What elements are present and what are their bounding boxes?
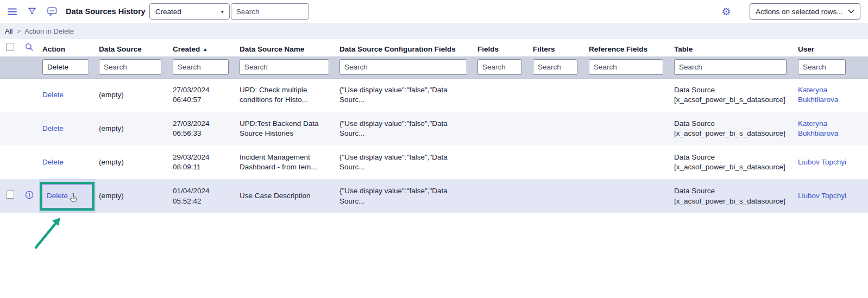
chevron-down-icon: ▾ xyxy=(221,9,224,15)
cell-user: Liubov Topchyi xyxy=(795,179,868,213)
filter-input-created[interactable] xyxy=(173,59,229,75)
cell-data-source-name: UPD:Test Backend Data Source Histories xyxy=(236,112,336,145)
filter-input-action[interactable] xyxy=(42,59,89,75)
cell-created: 01/04/2024 05:52:42 xyxy=(169,179,236,213)
cell-created: 27/03/2024 06:40:57 xyxy=(169,78,236,112)
cell-user: Kateryna Bukhtiiarova xyxy=(795,78,868,112)
cell-config-fields: {"Use display value":"false","Data Sourc… xyxy=(336,179,474,213)
table-row-highlighted: Delete (empty) 01/04/2024 05:52:42 Use C… xyxy=(0,179,868,213)
user-link[interactable]: Kateryna Bukhtiiarova xyxy=(798,119,838,137)
cell-filters xyxy=(530,78,586,112)
list-search-input[interactable] xyxy=(231,3,309,20)
filter-input-fields[interactable] xyxy=(477,59,522,75)
cell-reference-fields xyxy=(586,112,671,145)
cell-data-source-name: UPD: Check multiple conditions for Histo… xyxy=(236,78,336,112)
page-title: Data Sources History xyxy=(66,7,146,16)
actions-dropdown[interactable]: Actions on selected rows... xyxy=(750,3,860,20)
chevron-down-icon xyxy=(848,9,854,14)
cell-reference-fields xyxy=(586,179,671,213)
cell-config-fields: {"Use display value":"false","Data Sourc… xyxy=(336,112,474,145)
cell-user: Kateryna Bukhtiiarova xyxy=(795,112,868,145)
cell-data-source-name: Use Case Description xyxy=(236,179,336,213)
cell-config-fields: {"Use display value":"false","Data Sourc… xyxy=(336,145,474,179)
filter-input-data-source-name[interactable] xyxy=(240,59,329,75)
filter-row xyxy=(0,56,868,78)
cell-reference-fields xyxy=(586,78,671,112)
cell-fields xyxy=(474,179,530,213)
user-link[interactable]: Kateryna Bukhtiiarova xyxy=(798,86,838,104)
filter-input-user[interactable] xyxy=(798,59,846,75)
col-header-action[interactable]: Action xyxy=(39,39,96,56)
cell-created: 27/03/2024 06:56:33 xyxy=(169,112,236,145)
actions-dropdown-label: Actions on selected rows... xyxy=(756,8,843,16)
cell-data-source: (empty) xyxy=(96,179,169,213)
breadcrumb-all[interactable]: All xyxy=(5,27,12,35)
filter-input-filters[interactable] xyxy=(533,59,577,75)
menu-icon[interactable] xyxy=(4,4,20,19)
cell-fields xyxy=(474,112,530,145)
chat-icon[interactable] xyxy=(45,4,60,19)
col-header-table[interactable]: Table xyxy=(671,39,795,56)
col-header-created[interactable]: Created▲ xyxy=(169,39,236,56)
cell-data-source: (empty) xyxy=(96,145,169,179)
cell-reference-fields xyxy=(586,145,671,179)
header-row: Action Data Source Created▲ Data Source … xyxy=(0,39,868,56)
cell-user: Liubov Topchyi xyxy=(795,145,868,179)
table-row: Delete (empty) 29/03/2024 08:09:11 Incid… xyxy=(0,145,868,179)
user-link[interactable]: Liubov Topchyi xyxy=(798,192,846,200)
sort-asc-icon: ▲ xyxy=(203,47,207,52)
action-column-highlight: Delete xyxy=(39,179,96,213)
cell-table: Data Source [x_acsof_power_bi_s_datasour… xyxy=(671,179,795,213)
breadcrumb: All > Action in Delete xyxy=(0,23,868,39)
cell-config-fields: {"Use display value":"false","Data Sourc… xyxy=(336,78,474,112)
col-header-user[interactable]: User xyxy=(795,39,868,56)
action-delete-link-target[interactable]: Delete xyxy=(47,191,68,201)
col-header-filters[interactable]: Filters xyxy=(530,39,586,56)
row-checkbox[interactable] xyxy=(6,191,14,199)
user-link[interactable]: Liubov Topchyi xyxy=(798,158,846,166)
col-header-data-source[interactable]: Data Source xyxy=(96,39,169,56)
cell-table: Data Source [x_acsof_power_bi_s_datasour… xyxy=(671,145,795,179)
search-column-select[interactable]: Created ▾ xyxy=(149,3,230,20)
filter-icon[interactable] xyxy=(24,4,40,19)
cell-filters xyxy=(530,145,586,179)
col-header-config-fields[interactable]: Data Source Configuration Fields xyxy=(336,39,474,56)
col-header-fields[interactable]: Fields xyxy=(474,39,530,56)
delete-button-highlight: Delete xyxy=(40,182,95,211)
filter-input-data-source[interactable] xyxy=(99,59,161,75)
table-row: Delete (empty) 27/03/2024 06:40:57 UPD: … xyxy=(0,78,868,112)
cell-table: Data Source [x_acsof_power_bi_s_datasour… xyxy=(671,78,795,112)
search-column-selected: Created xyxy=(155,8,181,16)
cell-fields xyxy=(474,78,530,112)
cell-created: 29/03/2024 08:09:11 xyxy=(169,145,236,179)
data-sources-history-table: Action Data Source Created▲ Data Source … xyxy=(0,39,868,213)
breadcrumb-current[interactable]: Action in Delete xyxy=(24,27,74,35)
action-delete-link[interactable]: Delete xyxy=(42,124,64,132)
action-delete-link[interactable]: Delete xyxy=(42,91,64,99)
cell-fields xyxy=(474,145,530,179)
cell-data-source-name: Incident Management Dashboard - from tem… xyxy=(236,145,336,179)
search-icon[interactable] xyxy=(25,43,34,52)
filter-input-reference-fields[interactable] xyxy=(589,59,663,75)
select-all-checkbox[interactable] xyxy=(6,43,14,51)
cursor-icon xyxy=(70,193,78,203)
col-header-reference-fields[interactable]: Reference Fields xyxy=(586,39,671,56)
cell-filters xyxy=(530,179,586,213)
cell-filters xyxy=(530,112,586,145)
cell-data-source: (empty) xyxy=(96,78,169,112)
info-icon[interactable] xyxy=(25,191,34,199)
filter-input-config-fields[interactable] xyxy=(339,59,467,75)
action-delete-link[interactable]: Delete xyxy=(42,158,64,166)
topbar: Data Sources History Created ▾ ⚙ Actions… xyxy=(0,0,868,23)
col-header-data-source-name[interactable]: Data Source Name xyxy=(236,39,336,56)
cell-data-source: (empty) xyxy=(96,112,169,145)
annotation-arrow xyxy=(28,213,70,253)
cell-table: Data Source [x_acsof_power_bi_s_datasour… xyxy=(671,112,795,145)
filter-input-table[interactable] xyxy=(674,59,787,75)
table-row: Delete (empty) 27/03/2024 06:56:33 UPD:T… xyxy=(0,112,868,145)
breadcrumb-separator: > xyxy=(16,27,21,35)
gear-icon[interactable]: ⚙ xyxy=(719,4,734,19)
